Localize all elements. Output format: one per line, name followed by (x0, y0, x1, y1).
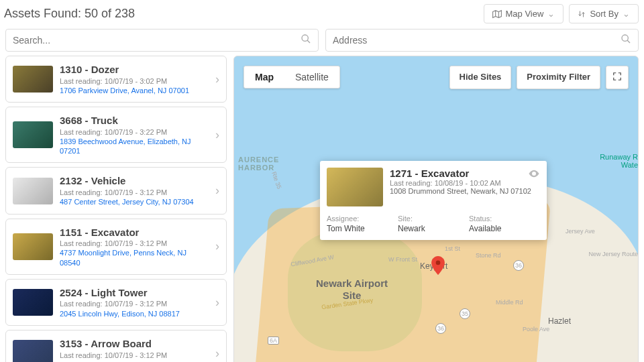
asset-card[interactable]: 1310 - DozerLast reading: 10/07/19 - 3:0… (5, 56, 227, 103)
route-shield: 36 (513, 260, 524, 271)
asset-reading: Last reading: 10/07/19 - 3:12 PM (60, 188, 209, 197)
asset-reading: Last reading: 10/07/19 - 3:02 PM (60, 76, 209, 86)
map-label: Stone Rd (476, 252, 501, 259)
map-label: Poole Ave (523, 326, 549, 333)
sort-icon (578, 10, 586, 18)
chevron-right-icon: › (215, 72, 219, 86)
asset-popup: 1271 - Excavator Last reading: 10/08/19 … (320, 161, 547, 240)
chevron-right-icon: › (215, 128, 219, 142)
asset-address[interactable]: 4737 Moonlight Drive, Penns Neck, NJ 085… (60, 248, 209, 267)
address-input[interactable] (333, 35, 621, 46)
map-view-dropdown[interactable]: Map View ⌄ (484, 4, 564, 23)
asset-title: 3668 - Truck (60, 114, 209, 127)
map-label: New Jersey Route (588, 251, 638, 257)
asset-title: 1151 - Excavator (60, 226, 209, 239)
status-value: Available (469, 224, 540, 233)
route-shield: 35 (460, 308, 470, 319)
map-label: Rte 35 (270, 171, 282, 190)
asset-thumbnail (13, 233, 53, 260)
asset-address[interactable]: 1706 Parkview Drive, Avanel, NJ 07001 (60, 86, 209, 95)
chevron-down-icon: ⌄ (547, 9, 555, 19)
fullscreen-button[interactable] (606, 66, 629, 89)
search-icon (301, 34, 311, 47)
chevron-down-icon: ⌄ (623, 9, 630, 19)
asset-card[interactable]: 2132 - VehicleLast reading: 10/07/19 - 3… (5, 167, 227, 214)
eye-icon[interactable] (528, 168, 540, 182)
chevron-right-icon: › (215, 347, 219, 361)
route-shield: 36 (435, 323, 446, 334)
asset-address[interactable]: 487 Center Street, Jersey City, NJ 07304 (60, 197, 209, 206)
fullscreen-icon (612, 72, 622, 81)
asset-search-box[interactable] (5, 29, 319, 52)
assignee-value: Tom White (327, 224, 398, 233)
asset-title: 1310 - Dozer (60, 63, 209, 76)
asset-card[interactable]: 2524 - Light TowerLast reading: 10/07/19… (5, 279, 227, 326)
svg-point-0 (302, 35, 308, 41)
assignee-label: Assignee: (327, 215, 398, 223)
asset-title: 3153 - Arrow Board (60, 337, 209, 351)
map-type-tabs: Map Satellite (244, 66, 340, 88)
popup-title: 1271 - Excavator (390, 168, 540, 179)
svg-point-2 (436, 261, 441, 265)
map-label: Hazlet (548, 316, 571, 326)
asset-address[interactable]: 2045 Lincoln Hwy, Edison, NJ 08817 (60, 309, 209, 318)
asset-card[interactable]: 1151 - ExcavatorLast reading: 10/07/19 -… (5, 219, 227, 275)
map-label: AURENCE HARBOR (238, 156, 279, 172)
chevron-right-icon: › (215, 296, 219, 310)
map-pin[interactable] (431, 256, 445, 275)
map-view-label: Map View (506, 9, 544, 19)
asset-thumbnail (13, 340, 53, 362)
map-canvas[interactable]: AURENCE HARBOR Keyport Hazlet Runaway R … (233, 56, 639, 362)
asset-list: 1310 - DozerLast reading: 10/07/19 - 3:0… (5, 56, 227, 362)
chevron-right-icon: › (215, 239, 219, 253)
asset-thumbnail (13, 178, 53, 204)
asset-reading: Last reading: 10/07/19 - 3:12 PM (60, 239, 209, 248)
proximity-filter-button[interactable]: Proximity Filter (517, 66, 600, 89)
sort-by-dropdown[interactable]: Sort By ⌄ (569, 4, 639, 23)
map-label: Runaway R Wate (600, 153, 638, 169)
popup-reading: Last reading: 10/08/19 - 10:02 AM (390, 179, 540, 187)
svg-point-1 (622, 35, 628, 41)
asset-reading: Last reading: 10/07/19 - 3:12 PM (60, 299, 209, 308)
asset-address[interactable]: 1839 Beechwood Avenue, Elizabeth, NJ 072… (60, 137, 209, 156)
chevron-right-icon: › (215, 184, 219, 198)
asset-title: 2524 - Light Tower (60, 286, 209, 300)
asset-title: 2132 - Vehicle (60, 174, 209, 188)
popup-thumbnail (327, 168, 383, 206)
asset-reading: Last reading: 10/07/19 - 3:22 PM (60, 127, 209, 137)
site-value: Newark (398, 224, 469, 233)
page-title: Assets Found: 50 of 238 (4, 7, 135, 21)
sort-by-label: Sort By (590, 9, 619, 19)
search-icon (621, 34, 631, 47)
tab-satellite[interactable]: Satellite (284, 66, 339, 88)
asset-thumbnail (13, 121, 53, 148)
asset-card[interactable]: 3153 - Arrow BoardLast reading: 10/07/19… (5, 330, 227, 362)
popup-address: 1008 Drummond Street, Newark, NJ 07102 (390, 187, 540, 195)
asset-thumbnail (13, 289, 53, 316)
address-search-box[interactable] (325, 29, 639, 52)
asset-reading: Last reading: 10/07/19 - 3:12 PM (60, 351, 209, 360)
status-label: Status: (469, 215, 540, 223)
map-label: Middle Rd (496, 299, 523, 306)
hide-sites-button[interactable]: Hide Sites (449, 66, 512, 89)
map-label: W Front St (388, 256, 417, 263)
route-shield: 6A (268, 337, 279, 345)
search-input[interactable] (13, 35, 301, 46)
asset-thumbnail (13, 66, 53, 93)
asset-card[interactable]: 3668 - TruckLast reading: 10/07/19 - 3:2… (5, 107, 227, 163)
tab-map[interactable]: Map (244, 66, 284, 88)
map-label: Jersey Ave (566, 228, 595, 235)
site-label: Site: (398, 215, 469, 223)
site-name-label: Newark Airport Site (316, 278, 388, 302)
map-label: 1st St (445, 245, 460, 252)
map-icon (492, 9, 502, 19)
